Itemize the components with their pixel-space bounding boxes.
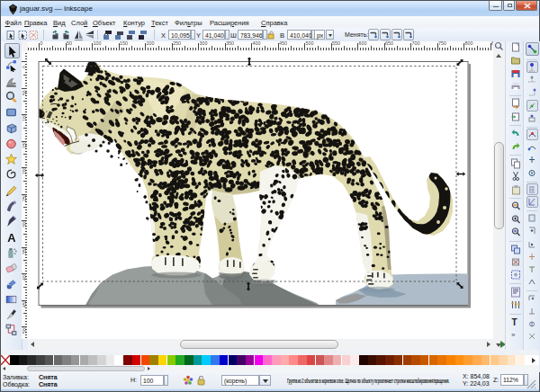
svg-text:T: T bbox=[512, 317, 518, 327]
svg-text:A: A bbox=[7, 230, 15, 243]
